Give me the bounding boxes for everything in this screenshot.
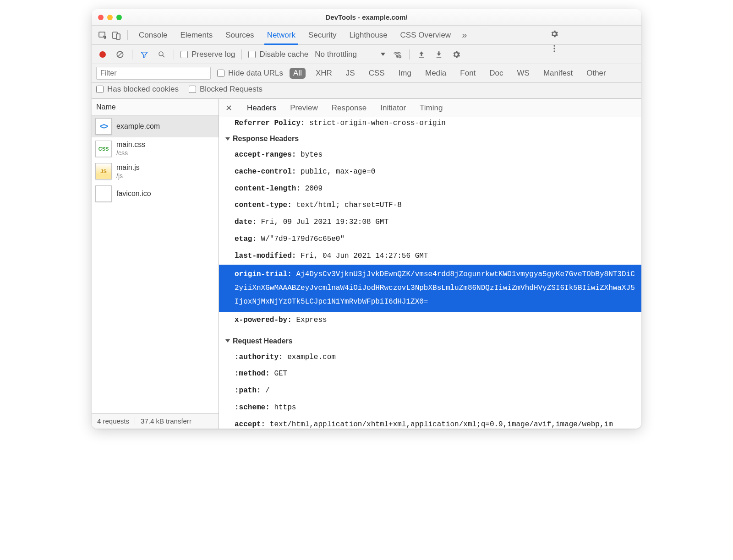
header-key: :authority:: [235, 353, 283, 361]
filter-row-2: Has blocked cookies Blocked Requests: [92, 83, 641, 99]
filter-type-doc[interactable]: Doc: [486, 68, 507, 79]
throttling-dropdown[interactable]: No throttling: [315, 50, 385, 59]
header-key: :path:: [235, 386, 261, 395]
traffic-lights: [92, 15, 122, 20]
window-title: DevTools - example.com/: [92, 13, 641, 21]
filter-type-css[interactable]: CSS: [365, 68, 388, 79]
filter-type-xhr[interactable]: XHR: [312, 68, 336, 79]
status-requests: 4 requests: [92, 417, 135, 425]
request-path: /js: [116, 172, 140, 180]
header-row[interactable]: :path: /: [219, 382, 641, 399]
header-row[interactable]: content-type: text/html; charset=UTF-8: [219, 197, 641, 214]
panel-tabstrip: ConsoleElementsSourcesNetworkSecurityLig…: [92, 26, 641, 45]
close-window-icon[interactable]: [98, 15, 104, 20]
svg-point-8: [159, 52, 163, 56]
header-row[interactable]: content-length: 2009: [219, 180, 641, 197]
detail-tab-initiator[interactable]: Initiator: [379, 99, 407, 117]
filter-type-js[interactable]: JS: [342, 68, 359, 79]
header-value: bytes: [296, 151, 323, 159]
request-row[interactable]: JSmain.js/js: [92, 160, 219, 183]
header-key: content-length:: [235, 185, 301, 193]
header-row[interactable]: etag: W/"7d9-179d76c65e0": [219, 231, 641, 248]
header-row[interactable]: cache-control: public, max-age=0: [219, 163, 641, 180]
filter-type-media[interactable]: Media: [421, 68, 450, 79]
request-name: favicon.ico: [116, 189, 151, 198]
detail-tab-timing[interactable]: Timing: [419, 99, 443, 117]
panel-tab-sources[interactable]: Sources: [219, 26, 260, 45]
network-conditions-icon[interactable]: [392, 49, 403, 60]
filter-row: Hide data URLs AllXHRJSCSSImgMediaFontDo…: [92, 64, 641, 83]
hide-data-urls-checkbox[interactable]: Hide data URLs: [217, 69, 283, 78]
settings-gear-icon[interactable]: [548, 27, 561, 40]
request-row[interactable]: favicon.ico: [92, 183, 219, 205]
detail-tabstrip: ✕ HeadersPreviewResponseInitiatorTiming: [219, 99, 641, 117]
search-icon[interactable]: [156, 49, 167, 60]
maximize-window-icon[interactable]: [116, 15, 122, 20]
blank-file-icon: [95, 185, 112, 202]
has-blocked-cookies-checkbox[interactable]: Has blocked cookies: [96, 85, 179, 94]
split-view: Name <>example.comCSSmain.css/cssJSmain.…: [92, 99, 641, 429]
header-key: last-modified:: [235, 252, 296, 260]
preserve-log-label: Preserve log: [191, 50, 235, 59]
device-toolbar-icon[interactable]: [110, 29, 123, 42]
detail-tab-preview[interactable]: Preview: [289, 99, 318, 117]
panel-tab-elements[interactable]: Elements: [174, 26, 219, 45]
filter-type-ws[interactable]: WS: [514, 68, 533, 79]
header-key: content-type:: [235, 201, 292, 209]
header-row[interactable]: x-powered-by: Express: [219, 312, 641, 329]
request-name: main.css: [116, 140, 145, 149]
svg-point-3: [553, 45, 555, 46]
separator: [127, 30, 128, 40]
header-row[interactable]: :method: GET: [219, 365, 641, 382]
clear-button[interactable]: [115, 49, 126, 60]
filter-icon[interactable]: [139, 49, 150, 60]
filter-type-manifest[interactable]: Manifest: [540, 68, 576, 79]
filter-type-all[interactable]: All: [290, 68, 306, 79]
css-file-icon: CSS: [95, 141, 112, 157]
panel-tab-lighthouse[interactable]: Lighthouse: [343, 26, 394, 45]
column-header-name[interactable]: Name: [92, 99, 219, 115]
close-details-icon[interactable]: ✕: [225, 103, 234, 113]
response-headers-section[interactable]: Response Headers: [219, 131, 641, 147]
blocked-requests-checkbox[interactable]: Blocked Requests: [189, 85, 263, 94]
header-value: example.com: [283, 353, 336, 361]
preserve-log-checkbox[interactable]: Preserve log: [181, 50, 235, 59]
inspect-element-icon[interactable]: [96, 29, 109, 42]
request-list-panel: Name <>example.comCSSmain.css/cssJSmain.…: [92, 99, 219, 429]
disable-cache-checkbox[interactable]: Disable cache: [248, 50, 308, 59]
header-value: text/html,application/xhtml+xml,applicat…: [265, 420, 613, 429]
header-value: https: [270, 403, 296, 412]
detail-tab-headers[interactable]: Headers: [246, 99, 277, 117]
filter-input[interactable]: [96, 67, 211, 80]
header-row[interactable]: :scheme: https: [219, 399, 641, 416]
svg-rect-2: [116, 34, 120, 39]
disclosure-triangle-icon: [225, 339, 230, 343]
js-file-icon: JS: [95, 163, 112, 179]
disclosure-triangle-icon: [225, 137, 230, 141]
request-row[interactable]: CSSmain.css/css: [92, 137, 219, 160]
referrer-policy-row: Referrer Policy: strict-origin-when-cros…: [219, 117, 641, 131]
request-row[interactable]: <>example.com: [92, 115, 219, 137]
header-row[interactable]: accept-ranges: bytes: [219, 147, 641, 163]
upload-har-icon[interactable]: [416, 49, 427, 60]
record-button[interactable]: [97, 49, 108, 60]
request-headers-section[interactable]: Request Headers: [219, 333, 641, 349]
panel-tab-css-overview[interactable]: CSS Overview: [394, 26, 458, 45]
header-row[interactable]: accept: text/html,application/xhtml+xml,…: [219, 416, 641, 429]
more-tabs-icon[interactable]: »: [458, 30, 470, 40]
panel-settings-gear-icon[interactable]: [451, 49, 462, 60]
header-row[interactable]: :authority: example.com: [219, 349, 641, 366]
detail-tab-response[interactable]: Response: [331, 99, 368, 117]
panel-tab-network[interactable]: Network: [261, 26, 302, 45]
filter-type-other[interactable]: Other: [583, 68, 610, 79]
header-row[interactable]: date: Fri, 09 Jul 2021 19:32:08 GMT: [219, 214, 641, 231]
filter-type-img[interactable]: Img: [395, 68, 415, 79]
panel-tab-console[interactable]: Console: [132, 26, 174, 45]
filter-type-font[interactable]: Font: [456, 68, 479, 79]
header-row[interactable]: last-modified: Fri, 04 Jun 2021 14:27:56…: [219, 248, 641, 265]
panel-tab-security[interactable]: Security: [302, 26, 343, 45]
header-row[interactable]: origin-trial: Aj4DysCv3VjknU3jJvkDEwnQZK…: [219, 265, 641, 312]
download-har-icon[interactable]: [433, 49, 444, 60]
detail-body[interactable]: Referrer Policy: strict-origin-when-cros…: [219, 117, 641, 429]
minimize-window-icon[interactable]: [107, 15, 113, 20]
